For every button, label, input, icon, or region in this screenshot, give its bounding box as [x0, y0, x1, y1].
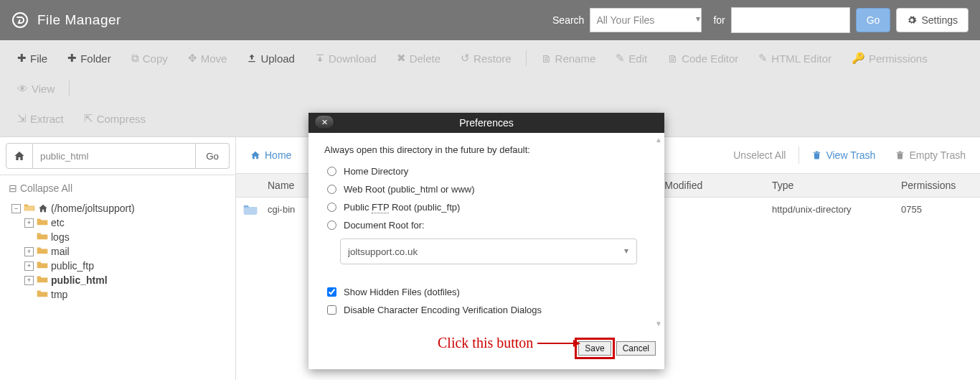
permissions-button[interactable]: 🔑Permissions [844, 46, 935, 70]
cancel-button[interactable]: Cancel [616, 341, 656, 356]
folder-icon [37, 289, 48, 300]
tree-item[interactable]: +mail [11, 244, 228, 259]
tree-item-label: public_ftp [51, 260, 94, 272]
close-icon: ✕ [321, 118, 328, 127]
nav-home-button[interactable]: Home [240, 144, 301, 167]
html-icon: ✎ [758, 52, 768, 65]
path-go-button[interactable]: Go [196, 143, 230, 169]
radio-web-root[interactable]: Web Root (public_html or www) [324, 180, 649, 198]
html-editor-button[interactable]: ✎HTML Editor [751, 46, 839, 70]
edit-button[interactable]: ✎Edit [608, 46, 654, 70]
folder-icon [37, 217, 48, 228]
checkbox-label: Show Hidden Files (dotfiles) [344, 287, 460, 297]
key-icon: 🔑 [852, 52, 865, 65]
restore-label: Restore [473, 52, 512, 65]
document-root-select[interactable]: joltsupport.co.uk [340, 238, 637, 264]
radio-label: Document Root for: [344, 220, 425, 231]
cell-perm: 0755 [901, 204, 980, 215]
collapse-icon: ⊟ [9, 182, 17, 194]
tree-item-label: etc [51, 217, 65, 228]
collapse-toggle-icon[interactable]: − [11, 204, 21, 213]
extract-button[interactable]: ⇲Extract [10, 106, 71, 131]
checkbox-input[interactable] [327, 305, 336, 315]
delete-button[interactable]: ✖Delete [390, 46, 448, 70]
compress-icon: ⇱ [84, 112, 93, 125]
path-input[interactable] [33, 143, 196, 169]
radio-input[interactable] [327, 203, 336, 212]
dialog-close-button[interactable]: ✕ [314, 115, 334, 129]
settings-button[interactable]: Settings [896, 8, 969, 32]
view-trash-button[interactable]: View Trash [802, 144, 885, 167]
tree-item[interactable]: +public_ftp [11, 259, 228, 273]
radio-home-directory[interactable]: Home Directory [324, 162, 649, 180]
view-label: View [32, 83, 55, 95]
tree-item[interactable]: logs [11, 230, 228, 244]
compress-button[interactable]: ⇱Compress [77, 106, 153, 131]
dialog-titlebar[interactable]: ✕ Preferences [308, 113, 664, 133]
separator [798, 147, 799, 164]
restore-icon: ↺ [461, 52, 470, 65]
save-button[interactable]: Save [578, 341, 611, 356]
expand-toggle-icon[interactable]: + [24, 261, 34, 271]
checkbox-label: Disable Character Encoding Verification … [344, 305, 542, 315]
radio-input[interactable] [327, 167, 336, 176]
col-type[interactable]: Type [772, 180, 901, 191]
checkbox-encoding[interactable]: Disable Character Encoding Verification … [324, 301, 649, 319]
tree-item[interactable]: tmp [11, 287, 228, 302]
arrow-right-icon [537, 338, 580, 348]
view-button[interactable]: 👁View [10, 76, 62, 101]
empty-trash-button[interactable]: Empty Trash [885, 144, 976, 167]
radio-public-ftp[interactable]: Public FTP Root (public_ftp) [324, 198, 649, 216]
copy-label: Copy [143, 52, 168, 65]
expand-toggle-icon[interactable]: + [24, 218, 34, 228]
expand-toggle-icon[interactable]: + [24, 247, 34, 256]
plus-icon: ✚ [67, 52, 77, 65]
path-home-button[interactable] [6, 143, 33, 169]
rename-button[interactable]: 🗎Rename [534, 46, 603, 70]
tree-root[interactable]: − (/home/joltsupport) [11, 201, 228, 216]
trash-icon [812, 150, 821, 160]
checkbox-show-hidden[interactable]: Show Hidden Files (dotfiles) [324, 283, 649, 301]
dialog-footer: Click this button Save Cancel [308, 330, 664, 369]
trash-icon [895, 150, 905, 160]
tree-item[interactable]: +public_html [11, 273, 228, 287]
upload-button[interactable]: Upload [240, 46, 302, 70]
upload-label: Upload [260, 52, 295, 65]
move-button[interactable]: ✥Move [181, 46, 235, 70]
search-input[interactable] [731, 7, 850, 33]
svg-marker-2 [573, 340, 580, 347]
home-icon [14, 150, 25, 162]
new-file-button[interactable]: ✚File [10, 46, 55, 70]
scrollbar[interactable]: ▲ ▼ [654, 136, 663, 328]
search-go-button[interactable]: Go [856, 8, 891, 32]
cell-type: httpd/unix-directory [772, 204, 901, 215]
folder-icon [37, 260, 48, 272]
dialog-body: ▲ ▼ Always open this directory in the fu… [308, 133, 664, 330]
folder-icon [37, 231, 48, 243]
collapse-label: Collapse All [20, 182, 72, 194]
unselect-all-button[interactable]: Unselect All [723, 144, 796, 167]
sidebar: Go ⊟ Collapse All − (/home/joltsupport) … [0, 137, 236, 380]
tree-item[interactable]: +etc [11, 216, 228, 230]
annotation: Click this button [438, 335, 580, 351]
radio-document-root[interactable]: Document Root for: [324, 216, 649, 234]
app-title: File Manager [37, 12, 121, 28]
col-permissions[interactable]: Permissions [901, 180, 980, 191]
download-button[interactable]: Download [308, 46, 384, 70]
upload-icon [247, 53, 257, 63]
settings-label: Settings [921, 14, 958, 26]
search-scope-select[interactable]: All Your Files [590, 8, 702, 32]
collapse-all-button[interactable]: ⊟ Collapse All [0, 175, 235, 201]
extract-icon: ⇲ [17, 112, 27, 125]
radio-input[interactable] [327, 185, 336, 194]
toolbar-separator [69, 80, 70, 96]
expand-toggle-icon[interactable]: + [24, 276, 34, 285]
compress-label: Compress [97, 113, 146, 125]
code-editor-button[interactable]: 🗎Code Editor [660, 46, 745, 70]
radio-input[interactable] [327, 221, 336, 230]
restore-button[interactable]: ↺Restore [453, 46, 519, 70]
radio-label: Public FTP Root (public_ftp) [344, 202, 460, 213]
checkbox-input[interactable] [327, 287, 336, 297]
new-folder-button[interactable]: ✚Folder [60, 46, 118, 70]
copy-button[interactable]: ⧉Copy [124, 46, 175, 70]
